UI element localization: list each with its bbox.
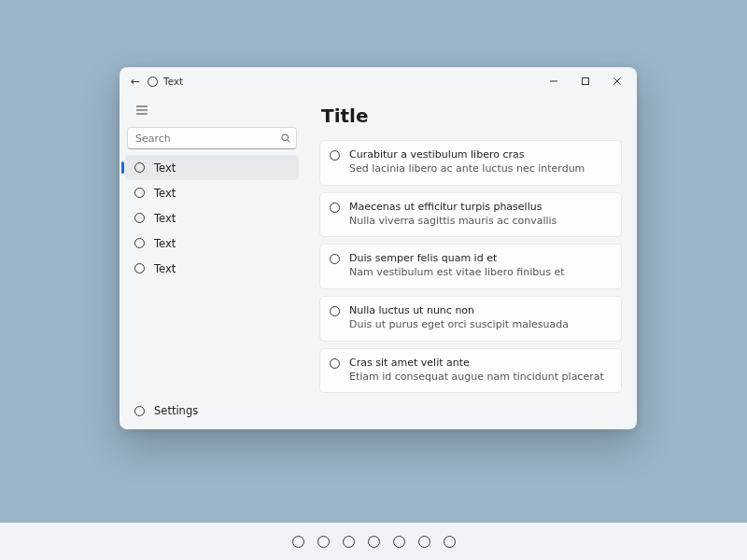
card-subtitle: Etiam id consequat augue nam tincidunt p… [349, 371, 612, 385]
list-card[interactable]: Maecenas ut efficitur turpis phasellusNu… [319, 192, 622, 238]
hamburger-icon [135, 105, 148, 116]
circle-icon [134, 238, 145, 248]
nav-item-label: Text [154, 187, 176, 200]
circle-icon [134, 406, 145, 416]
circle-icon [330, 254, 340, 264]
nav-item[interactable]: Text [125, 205, 299, 231]
circle-icon [134, 213, 145, 223]
taskbar-item[interactable] [393, 536, 405, 548]
page-title: Title [321, 105, 622, 127]
taskbar [0, 523, 747, 560]
card-subtitle: Nulla viverra sagittis mauris ac convall… [349, 215, 612, 229]
nav-item-label: Text [154, 212, 176, 225]
nav-item[interactable]: Text [125, 155, 299, 180]
sidebar: TextTextTextTextText Settings [120, 95, 304, 429]
svg-rect-1 [583, 78, 589, 85]
card-subtitle: Sed lacinia libero ac ante luctus nec in… [349, 162, 612, 176]
list-card[interactable]: Nulla luctus ut nunc nonDuis ut purus eg… [319, 296, 622, 342]
card-text: Duis semper felis quam id etNam vestibul… [349, 252, 612, 280]
search-input[interactable] [127, 127, 297, 149]
close-icon [613, 77, 622, 86]
list-card[interactable]: Cras sit amet velit anteEtiam id consequ… [319, 348, 622, 394]
card-text: Maecenas ut efficitur turpis phasellusNu… [349, 201, 612, 229]
circle-icon [134, 188, 145, 198]
circle-icon [134, 263, 145, 273]
search-field [127, 127, 297, 149]
nav-item-label: Text [154, 161, 176, 175]
card-title: Duis semper felis quam id et [349, 252, 612, 266]
maximize-icon [581, 77, 590, 86]
taskbar-item[interactable] [418, 536, 430, 548]
maximize-button[interactable] [570, 68, 601, 94]
settings-item[interactable]: Settings [125, 398, 299, 424]
taskbar-item[interactable] [292, 536, 304, 548]
card-text: Nulla luctus ut nunc nonDuis ut purus eg… [349, 304, 612, 332]
card-subtitle: Nam vestibulum est vitae libero finibus … [349, 266, 612, 280]
circle-icon [330, 203, 340, 213]
card-title: Curabitur a vestibulum libero cras [349, 148, 612, 162]
card-subtitle: Duis ut purus eget orci suscipit malesua… [349, 318, 612, 332]
card-text: Cras sit amet velit anteEtiam id consequ… [349, 357, 612, 385]
close-button[interactable] [601, 68, 633, 94]
nav-item[interactable]: Text [125, 180, 299, 205]
circle-icon [330, 358, 340, 369]
circle-icon [330, 150, 340, 161]
minimize-button[interactable] [538, 68, 570, 94]
nav-item-label: Text [154, 237, 176, 250]
card-title: Maecenas ut efficitur turpis phasellus [349, 201, 612, 215]
card-title: Cras sit amet velit ante [349, 357, 612, 371]
card-text: Curabitur a vestibulum libero crasSed la… [349, 148, 612, 176]
nav-item[interactable]: Text [125, 256, 299, 281]
minimize-icon [549, 77, 558, 86]
taskbar-item[interactable] [317, 536, 330, 548]
taskbar-item[interactable] [368, 536, 380, 548]
nav-item[interactable]: Text [125, 231, 299, 256]
circle-icon [134, 162, 145, 173]
settings-label: Settings [154, 404, 198, 417]
taskbar-item[interactable] [343, 536, 355, 548]
nav-item-label: Text [154, 262, 176, 275]
back-button[interactable]: ← [129, 75, 142, 88]
app-icon [148, 77, 158, 87]
card-title: Nulla luctus ut nunc non [349, 304, 612, 318]
window-body: TextTextTextTextText Settings Title Cura… [120, 95, 637, 429]
app-window: ← Text [120, 67, 637, 429]
list-card[interactable]: Duis semper felis quam id etNam vestibul… [319, 244, 622, 289]
taskbar-item[interactable] [444, 536, 456, 548]
hamburger-button[interactable] [129, 97, 155, 123]
list-card[interactable]: Curabitur a vestibulum libero crasSed la… [319, 140, 622, 186]
main-content: Title Curabitur a vestibulum libero cras… [304, 95, 637, 429]
title-bar: ← Text [120, 67, 637, 95]
nav-list: TextTextTextTextText [125, 155, 299, 281]
circle-icon [330, 306, 340, 316]
card-list: Curabitur a vestibulum libero crasSed la… [319, 140, 622, 393]
window-title: Text [163, 76, 183, 87]
